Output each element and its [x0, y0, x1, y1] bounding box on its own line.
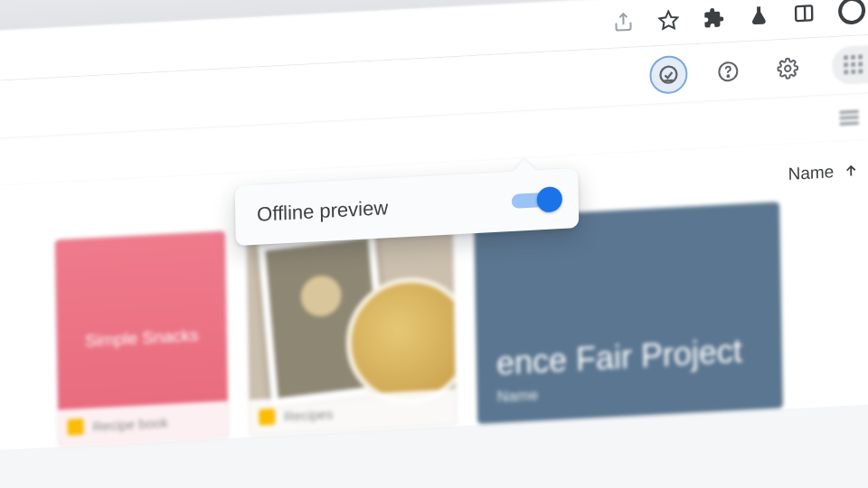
extensions-icon[interactable] [703, 6, 724, 29]
svg-point-12 [785, 65, 791, 71]
arrow-up-icon [843, 163, 859, 180]
help-icon[interactable] [709, 52, 748, 91]
file-card[interactable]: ence Fair Project Name [473, 201, 784, 425]
svg-rect-15 [840, 121, 859, 126]
svg-rect-13 [840, 110, 859, 115]
offline-ready-icon[interactable] [649, 54, 688, 94]
slides-icon [259, 408, 275, 426]
svg-rect-14 [840, 116, 859, 120]
file-card[interactable]: Recipes [246, 218, 458, 436]
sort-label: Name [788, 162, 834, 184]
reader-icon[interactable] [793, 2, 815, 24]
settings-gear-icon[interactable] [769, 48, 807, 88]
share-icon[interactable] [612, 11, 634, 33]
star-icon[interactable] [657, 8, 679, 31]
file-card-caption: Recipes [284, 406, 333, 424]
account-switcher[interactable] [832, 42, 868, 85]
file-card[interactable]: Simple Snacks Recipe book [54, 230, 230, 447]
file-card-caption: Recipe book [92, 415, 168, 434]
slides-icon [67, 418, 83, 436]
profile-avatar[interactable] [838, 0, 865, 24]
file-card-title: ence Fair Project [496, 332, 762, 383]
apps-grid-icon[interactable] [843, 54, 863, 75]
offline-preview-label: Offline preview [257, 196, 388, 227]
list-view-icon[interactable] [836, 105, 862, 131]
svg-line-9 [665, 80, 674, 80]
offline-preview-toggle[interactable] [512, 188, 561, 212]
svg-point-11 [727, 75, 729, 77]
svg-marker-5 [659, 11, 677, 29]
file-card-title: Simple Snacks [85, 325, 199, 352]
labs-icon[interactable] [748, 4, 769, 26]
